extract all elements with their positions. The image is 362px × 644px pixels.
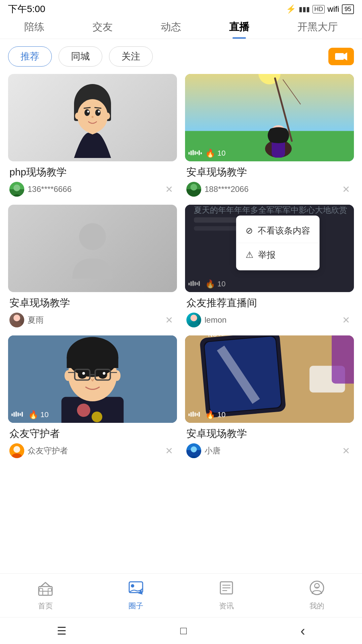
card-4-popup-menu: ⊘ 不看该条内容 ⚠ 举报 <box>236 215 320 270</box>
svg-point-58 <box>65 370 72 381</box>
card-3-title: 安卓现场教学 <box>9 296 176 310</box>
svg-point-59 <box>113 370 120 381</box>
svg-rect-33 <box>201 152 202 154</box>
bottom-nav-circle[interactable]: 圈子 <box>128 580 144 611</box>
card-5-close[interactable]: ✕ <box>162 444 176 458</box>
hide-content-btn[interactable]: ⊘ 不看该条内容 <box>236 219 320 243</box>
svg-point-13 <box>75 113 80 119</box>
card-6-user: 小唐 ✕ <box>186 443 353 458</box>
svg-point-9 <box>98 111 100 113</box>
card-3-avatar <box>9 313 24 327</box>
svg-rect-30 <box>194 151 196 155</box>
card-2[interactable]: 🔥 10 安卓现场教学 188****2066 ✕ <box>185 74 354 197</box>
phone-table-svg: NOTE 1 <box>185 335 354 423</box>
card-6[interactable]: NOTE 1 <box>185 335 354 458</box>
svg-rect-99 <box>48 589 51 591</box>
card-4[interactable]: 夏天的年年年年多全军军军中影心大地欣赏 � <box>185 205 354 327</box>
card-4-user: lemon ✕ <box>186 313 353 327</box>
card-6-avatar <box>186 443 201 458</box>
card-4-thumb: 夏天的年年年年多全军军军中影心大地欣赏 � <box>185 205 354 292</box>
svg-rect-27 <box>188 152 190 155</box>
svg-rect-86 <box>332 335 354 384</box>
camera-icon <box>335 52 347 61</box>
svg-point-18 <box>13 185 20 191</box>
svg-rect-28 <box>190 151 192 155</box>
home-icon <box>37 580 53 598</box>
card-1[interactable]: php现场教学 136****6666 ✕ <box>8 74 177 197</box>
person-placeholder-svg <box>66 218 119 279</box>
wifi-icon: wifi <box>327 4 339 14</box>
svg-point-65 <box>78 371 86 379</box>
menu-button[interactable]: ☰ <box>57 625 67 637</box>
card-2-user: 188****2066 ✕ <box>186 182 353 197</box>
svg-point-101 <box>131 584 134 588</box>
tab-party[interactable]: 开黑大厅 <box>297 20 338 39</box>
report-btn[interactable]: ⚠ 举报 <box>236 243 320 267</box>
filter-nearby[interactable]: 同城 <box>59 46 102 67</box>
avatar-landscape-icon <box>9 182 24 197</box>
svg-rect-0 <box>335 53 344 60</box>
svg-rect-76 <box>22 412 23 417</box>
card-6-close[interactable]: ✕ <box>339 444 353 458</box>
bottom-nav-news[interactable]: 资讯 <box>218 580 234 611</box>
content-area: 推荐 同城 关注 <box>0 39 362 533</box>
svg-rect-97 <box>43 591 48 595</box>
circle-icon <box>128 580 144 598</box>
filter-recommend[interactable]: 推荐 <box>8 46 52 67</box>
wave-icon-6 <box>188 411 202 419</box>
card-5-title: 众友守护者 <box>9 427 176 441</box>
card-5[interactable]: 🔥 10 众友守护者 众友守护者 ✕ <box>8 335 177 458</box>
svg-point-66 <box>98 371 107 379</box>
cards-grid: php现场教学 136****6666 ✕ <box>0 74 362 466</box>
tab-social[interactable]: 交友 <box>93 20 113 39</box>
wave-icon-5 <box>11 411 25 419</box>
hide-icon: ⊘ <box>246 226 253 236</box>
svg-line-10 <box>84 108 90 108</box>
card-2-close[interactable]: ✕ <box>339 183 353 196</box>
anime-character-svg <box>62 77 123 158</box>
outdoor-scene-svg <box>185 74 354 161</box>
card-4-title: 众友推荐直播间 <box>186 296 353 310</box>
svg-point-6 <box>84 109 90 116</box>
filter-following[interactable]: 关注 <box>109 46 153 67</box>
card-5-user: 众友守护者 ✕ <box>9 443 176 458</box>
card-5-thumb: 🔥 10 <box>8 335 177 423</box>
bottom-nav-mine[interactable]: 我的 <box>309 580 325 611</box>
card-1-close[interactable]: ✕ <box>162 183 176 196</box>
svg-point-38 <box>13 315 20 321</box>
card-2-username: 188****2066 <box>205 185 336 194</box>
svg-point-7 <box>95 109 101 116</box>
card-6-username: 小唐 <box>205 445 336 456</box>
tab-accompany[interactable]: 陪练 <box>24 20 44 39</box>
svg-point-52 <box>77 404 90 417</box>
svg-point-78 <box>13 446 20 453</box>
back-button[interactable]: ‹ <box>300 623 305 639</box>
svg-point-12 <box>92 116 94 118</box>
battery-icon: 95 <box>342 4 354 14</box>
card-1-title: php现场教学 <box>9 165 176 179</box>
bottom-nav-home[interactable]: 首页 <box>37 580 53 611</box>
nav-tabs: 陪练 交友 动态 直播 开黑大厅 <box>0 17 362 39</box>
status-bar: 下午5:00 ⚡ ▮▮▮ HD wifi 95 <box>0 0 362 17</box>
tab-live[interactable]: 直播 <box>229 20 249 39</box>
svg-rect-90 <box>194 412 196 416</box>
svg-point-68 <box>103 372 105 375</box>
go-live-button[interactable] <box>328 48 354 65</box>
card-3[interactable]: 安卓现场教学 夏雨 ✕ <box>8 205 177 327</box>
svg-rect-98 <box>39 589 43 591</box>
bottom-nav-circle-label: 圈子 <box>129 601 143 611</box>
card-3-close[interactable]: ✕ <box>162 313 176 327</box>
svg-rect-75 <box>20 413 21 416</box>
svg-line-69 <box>77 365 89 366</box>
card-4-close[interactable]: ✕ <box>339 313 353 327</box>
card-6-thumb: NOTE 1 <box>185 335 354 423</box>
tab-moments[interactable]: 动态 <box>161 20 181 39</box>
svg-line-70 <box>96 365 108 366</box>
svg-rect-32 <box>198 150 200 155</box>
home-button[interactable]: □ <box>180 625 187 637</box>
svg-line-11 <box>95 108 101 108</box>
card-2-title: 安卓现场教学 <box>186 165 353 179</box>
card-6-title: 安卓现场教学 <box>186 427 353 441</box>
svg-point-14 <box>105 113 110 119</box>
report-icon: ⚠ <box>246 250 253 260</box>
